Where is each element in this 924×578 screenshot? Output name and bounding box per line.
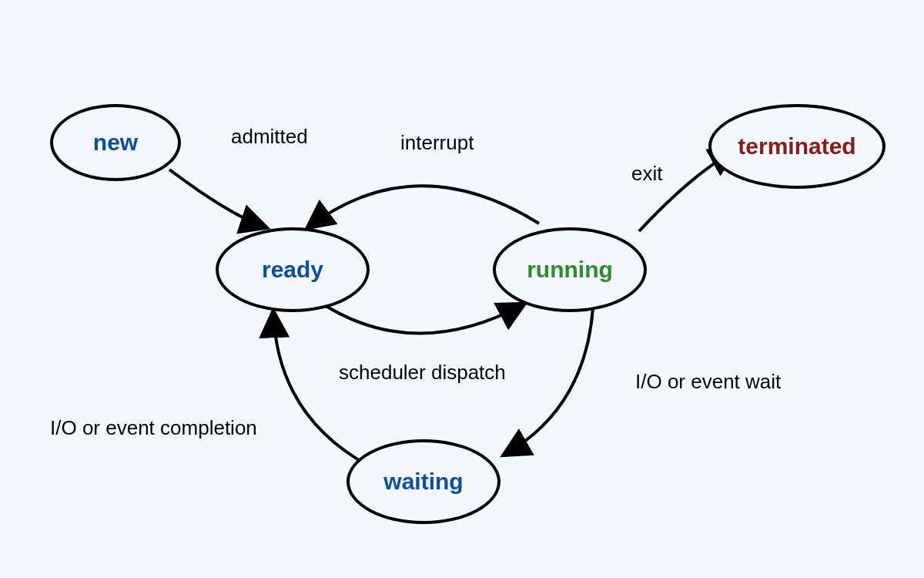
state-new: new (50, 104, 181, 181)
edge-interrupt (308, 186, 539, 227)
state-terminated-label: terminated (738, 133, 855, 160)
state-terminated: terminated (708, 104, 886, 189)
label-exit: exit (631, 162, 662, 186)
edge-io-wait (504, 308, 593, 455)
state-new-label: new (93, 129, 138, 156)
state-waiting: waiting (346, 439, 500, 524)
label-io-completion: I/O or event completion (50, 416, 257, 440)
label-interrupt: interrupt (400, 131, 474, 155)
label-admitted: admitted (231, 125, 308, 149)
state-running-label: running (527, 257, 613, 283)
label-scheduler-dispatch: scheduler dispatch (339, 361, 506, 385)
edge-io-completion (273, 312, 370, 466)
edge-scheduler-dispatch (323, 304, 524, 334)
state-running: running (493, 227, 647, 312)
process-state-diagram: new ready running waiting terminated adm… (0, 0, 924, 578)
state-ready: ready (216, 227, 370, 312)
state-waiting-label: waiting (383, 469, 463, 495)
edge-admitted (169, 170, 266, 227)
state-ready-label: ready (262, 257, 323, 283)
label-io-wait: I/O or event wait (635, 370, 781, 394)
